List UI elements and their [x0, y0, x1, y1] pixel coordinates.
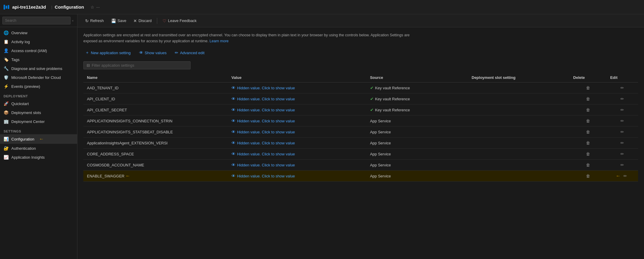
edit-button[interactable]: ✏ [619, 118, 626, 124]
delete-button[interactable]: 🗑 [584, 173, 592, 179]
cell-value[interactable]: 👁Hidden value. Click to show value [228, 149, 366, 160]
sidebar-item-deployment-center-label: Deployment Center [11, 119, 45, 124]
hidden-value-link[interactable]: 👁Hidden value. Click to show value [231, 118, 363, 123]
feedback-button[interactable]: ♡ Leave Feedback [160, 17, 199, 25]
sidebar-item-overview[interactable]: 🌐 Overview [0, 28, 77, 37]
show-values-button[interactable]: 👁 Show values [137, 49, 169, 56]
delete-button[interactable]: 🗑 [584, 96, 592, 102]
search-input[interactable] [2, 17, 71, 24]
eye-icon: 👁 [231, 141, 236, 145]
edit-button[interactable]: ✏ [619, 129, 626, 135]
sidebar-item-deployment-slots[interactable]: 📦 Deployment slots [0, 108, 77, 117]
cell-delete: 🗑 [570, 149, 606, 160]
hidden-value-text: Hidden value. Click to show value [237, 97, 295, 101]
discard-label: Discard [138, 18, 152, 23]
add-icon: ＋ [85, 50, 89, 55]
sidebar: « 🌐 Overview 📋 Activity log 👤 Access con… [0, 14, 77, 259]
cell-edit: ✏ [606, 104, 638, 116]
edit-button[interactable]: ✏ [619, 107, 626, 113]
sidebar-nav: 🌐 Overview 📋 Activity log 👤 Access contr… [0, 27, 77, 259]
overview-icon: 🌐 [4, 30, 8, 35]
learn-more-link[interactable]: Learn more [210, 39, 229, 43]
hidden-value-link[interactable]: 👁Hidden value. Click to show value [231, 130, 363, 134]
sidebar-item-iam-label: Access control (IAM) [11, 49, 47, 53]
sidebar-item-tags[interactable]: 🏷️ Tags [0, 55, 77, 64]
sidebar-item-overview-label: Overview [11, 31, 27, 35]
table-row: COSMOSDB_ACCOUNT_NAME👁Hidden value. Clic… [83, 160, 638, 171]
delete-button[interactable]: 🗑 [584, 162, 592, 168]
sidebar-item-events[interactable]: ⚡ Events (preview) [0, 82, 77, 91]
sidebar-item-iam[interactable]: 👤 Access control (IAM) [0, 46, 77, 55]
delete-button[interactable]: 🗑 [584, 151, 592, 157]
cell-edit: ✏ [606, 160, 638, 171]
sidebar-item-diagnose[interactable]: 🔧 Diagnose and solve problems [0, 64, 77, 73]
new-setting-label: New application setting [91, 51, 131, 55]
hidden-value-link[interactable]: 👁Hidden value. Click to show value [231, 152, 363, 156]
cell-deployment-slot [468, 104, 570, 116]
refresh-button[interactable]: ↻ Refresh [82, 17, 107, 25]
cell-value[interactable]: 👁Hidden value. Click to show value [228, 104, 366, 116]
feedback-icon: ♡ [163, 18, 166, 23]
hidden-value-link[interactable]: 👁Hidden value. Click to show value [231, 107, 363, 112]
filter-input[interactable] [92, 63, 187, 68]
eye-icon: 👁 [231, 96, 236, 101]
edit-button[interactable]: ✏ [619, 162, 626, 168]
configuration-icon: 📊 [4, 137, 8, 141]
eye-icon: 👁 [231, 152, 236, 156]
edit-button[interactable]: ✏ [619, 96, 626, 102]
sidebar-item-quickstart[interactable]: 🚀 Quickstart [0, 99, 77, 108]
sidebar-item-configuration[interactable]: 📊 Configuration ← [0, 134, 77, 144]
discard-button[interactable]: ✕ Discard [130, 17, 155, 25]
hidden-value-link[interactable]: 👁Hidden value. Click to show value [231, 85, 363, 90]
cell-value[interactable]: 👁Hidden value. Click to show value [228, 82, 366, 93]
name-arrow-icon: ← [126, 173, 130, 178]
iam-icon: 👤 [4, 48, 8, 53]
edit-button[interactable]: ✏ [622, 173, 629, 179]
collapse-icon[interactable]: « [71, 18, 75, 24]
cell-value[interactable]: 👁Hidden value. Click to show value [228, 127, 366, 138]
ellipsis-icon[interactable]: ··· [96, 5, 100, 10]
new-setting-button[interactable]: ＋ New application setting [83, 49, 132, 57]
sidebar-item-app-insights[interactable]: 📈 Application Insights [0, 153, 77, 162]
sidebar-item-events-label: Events (preview) [11, 84, 40, 89]
hidden-value-link[interactable]: 👁Hidden value. Click to show value [231, 174, 363, 178]
hidden-value-link[interactable]: 👁Hidden value. Click to show value [231, 96, 363, 101]
delete-button[interactable]: 🗑 [584, 107, 592, 113]
hidden-value-text: Hidden value. Click to show value [237, 108, 295, 112]
hidden-value-link[interactable]: 👁Hidden value. Click to show value [231, 141, 363, 145]
sidebar-item-app-insights-label: Application Insights [11, 155, 45, 160]
hidden-value-text: Hidden value. Click to show value [237, 141, 295, 145]
edit-arrow-left: ← [616, 173, 620, 179]
star-icon[interactable]: ☆ [91, 5, 94, 10]
tags-icon: 🏷️ [4, 57, 8, 62]
sidebar-item-defender[interactable]: 🛡️ Microsoft Defender for Cloud [0, 73, 77, 82]
table-row: APPLICATIONINSIGHTS_STATSBEAT_DISABLE👁Hi… [83, 127, 638, 138]
hidden-value-link[interactable]: 👁Hidden value. Click to show value [231, 163, 363, 167]
sidebar-item-deployment-center[interactable]: 🏢 Deployment Center [0, 117, 77, 126]
cell-value[interactable]: 👁Hidden value. Click to show value [228, 93, 366, 104]
source-label: Key vault Reference [375, 108, 410, 112]
cell-value[interactable]: 👁Hidden value. Click to show value [228, 116, 366, 127]
delete-button[interactable]: 🗑 [584, 118, 592, 124]
configuration-arrow: ← [39, 136, 44, 142]
delete-button[interactable]: 🗑 [584, 85, 592, 91]
delete-button[interactable]: 🗑 [584, 129, 592, 135]
edit-button[interactable]: ✏ [619, 140, 626, 146]
source-badge: ✔Key vault Reference [370, 96, 464, 101]
sidebar-item-activity-log-label: Activity log [11, 40, 30, 44]
cell-value[interactable]: 👁Hidden value. Click to show value [228, 160, 366, 171]
cell-value[interactable]: 👁Hidden value. Click to show value [228, 171, 366, 182]
cell-source: App Service [367, 116, 468, 127]
resource-name: api-tre11ee2a3d [12, 4, 46, 10]
cell-source: ✔Key vault Reference [367, 104, 468, 116]
delete-button[interactable]: 🗑 [584, 140, 592, 146]
advanced-edit-button[interactable]: ✏ Advanced edit [173, 49, 206, 56]
source-label: Key vault Reference [375, 86, 410, 90]
edit-button[interactable]: ✏ [619, 85, 626, 91]
sidebar-item-activity-log[interactable]: 📋 Activity log [0, 37, 77, 46]
sidebar-item-authentication[interactable]: 🔐 Authentication [0, 144, 77, 153]
main-layout: « 🌐 Overview 📋 Activity log 👤 Access con… [0, 14, 644, 259]
cell-value[interactable]: 👁Hidden value. Click to show value [228, 138, 366, 149]
save-button[interactable]: 💾 Save [108, 17, 130, 25]
edit-button[interactable]: ✏ [619, 151, 626, 157]
